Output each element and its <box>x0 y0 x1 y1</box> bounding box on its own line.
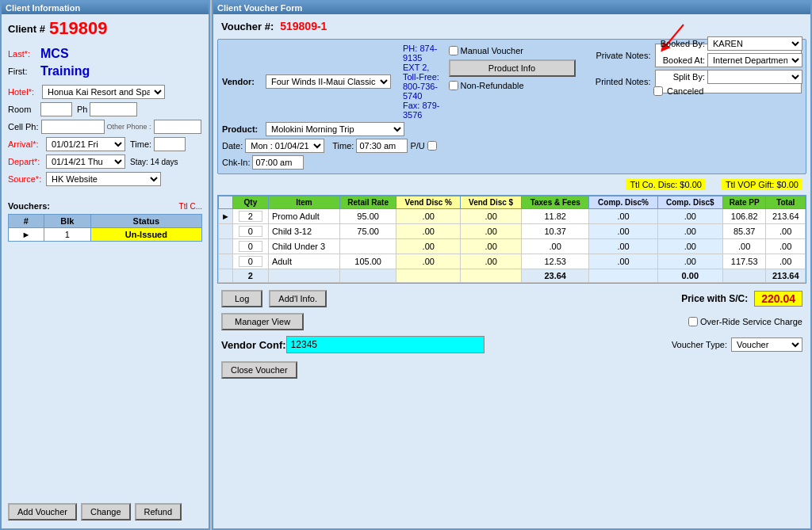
cell-qty[interactable] <box>232 239 268 254</box>
vendor-conf-label: Vendor Conf: <box>221 339 286 351</box>
col-arrow <box>219 196 233 209</box>
col-vend-disc-dollar: Vend Disc $ <box>461 196 522 209</box>
voucher-num-label: Voucher #: <box>221 21 274 32</box>
ph-input[interactable] <box>90 102 137 116</box>
cell-total: 213.64 <box>766 209 806 224</box>
cell-taxes-fees: 11.82 <box>522 209 589 224</box>
booking-section: Booked By: KAREN Booked At: Internet Dep… <box>653 36 802 96</box>
date-select[interactable]: Mon : 01/04/21 <box>245 139 324 153</box>
table-row[interactable]: Child 3-1275.00.00.0010.37.00.0085.37.00 <box>219 224 806 239</box>
vendor-conf-input[interactable] <box>286 336 485 353</box>
source-label: Source*: <box>8 174 44 184</box>
cell-total: .00 <box>766 224 806 239</box>
depart-select[interactable]: 01/14/21 Thu <box>46 154 125 169</box>
cell-comp-disc-dollar: .00 <box>657 209 722 224</box>
manual-voucher-checkbox[interactable] <box>449 46 458 55</box>
ph-line2: Fax: 879-3576 <box>403 101 439 120</box>
client-number: 519809 <box>49 18 107 39</box>
arrival-label: Arrival*: <box>8 139 44 149</box>
table-row[interactable]: Child Under 3.00.00.00.00.00.00.00 <box>219 239 806 254</box>
row-arrow: ► <box>219 209 233 224</box>
cell-taxes-fees: 12.53 <box>522 254 589 269</box>
arrival-time-input[interactable] <box>154 137 186 151</box>
addl-info-button[interactable]: Add'l Info. <box>269 290 327 307</box>
cell-comp-disc-pct: .00 <box>589 254 657 269</box>
col-retail-rate: Retail Rate <box>339 196 396 209</box>
time-input[interactable] <box>356 139 408 153</box>
canceled-checkbox[interactable] <box>653 86 663 96</box>
ph-line1: PH: 874-9135 EXT 2, Toll-Free: 800-736-5… <box>403 44 439 101</box>
totals-bar: Ttl Co. Disc: $0.00 Ttl VOP Gift: $0.00 <box>213 177 810 193</box>
source-select[interactable]: HK Website <box>46 172 161 186</box>
log-button[interactable]: Log <box>221 290 262 307</box>
add-voucher-button[interactable]: Add Voucher <box>8 503 77 520</box>
col-qty: Qty <box>232 196 268 209</box>
hotel-select[interactable]: Honua Kai Resort and Spa <box>42 85 165 99</box>
voucher-num-cell: 1 <box>44 228 90 242</box>
cell-comp-disc-pct: .00 <box>589 224 657 239</box>
cell-item: Adult <box>268 254 339 269</box>
col-rate-pp: Rate PP <box>722 196 766 209</box>
vendor-select[interactable]: Four Winds II-Maui Classic <box>266 74 391 89</box>
cell-rate-pp: 117.53 <box>722 254 766 269</box>
col-total: Total <box>766 196 806 209</box>
close-voucher-button[interactable]: Close Voucher <box>221 361 297 379</box>
cell-comp-disc-dollar: .00 <box>657 224 722 239</box>
vendor-label: Vendor: <box>222 77 262 86</box>
room-label: Room <box>8 105 38 114</box>
voucher-number: 519809-1 <box>280 20 327 32</box>
cell-qty[interactable] <box>232 209 268 224</box>
chkin-label: Chk-In: <box>222 158 250 167</box>
cell-qty[interactable] <box>232 254 268 269</box>
other-phone-input[interactable] <box>154 120 201 134</box>
room-input[interactable] <box>40 102 72 116</box>
cell-total: .00 <box>766 239 806 254</box>
hotel-label: Hotel*: <box>8 87 40 97</box>
booked-at-label: Booked At: <box>653 55 705 65</box>
voucher-type-select[interactable]: Voucher <box>731 337 802 352</box>
product-select[interactable]: Molokini Morning Trip <box>266 122 404 136</box>
vendor-conf-row: Vendor Conf: Voucher Type: Voucher <box>213 332 810 357</box>
over-ride-checkbox[interactable] <box>688 317 698 326</box>
client-panel-title: Client Information <box>2 2 209 14</box>
change-button[interactable]: Change <box>81 503 131 520</box>
pu-label: P/U <box>410 141 424 151</box>
cell-vend-disc-pct: .00 <box>396 224 461 239</box>
manager-view-button[interactable]: Manager View <box>221 313 304 330</box>
cell-retail-rate: 95.00 <box>339 209 396 224</box>
table-row[interactable]: ►Promo Adult95.00.00.0011.82.00.00106.82… <box>219 209 806 224</box>
depart-label: Depart*: <box>8 157 44 166</box>
chkin-input[interactable] <box>252 155 304 170</box>
cell-qty[interactable] <box>232 224 268 239</box>
table-row[interactable]: ► 1 Un-Issued <box>9 228 202 242</box>
client-label: Client # <box>8 23 45 35</box>
product-label: Product: <box>222 124 262 134</box>
total-total: 213.64 <box>766 269 806 283</box>
cell-ph-input[interactable] <box>41 120 105 134</box>
arrival-select[interactable]: 01/01/21 Fri <box>46 137 125 151</box>
voucher-type-label: Voucher Type: <box>672 340 727 349</box>
cell-rate-pp: 106.82 <box>722 209 766 224</box>
booked-at-select[interactable]: Internet Department <box>707 53 802 67</box>
voucher-col-num: # <box>9 215 44 228</box>
product-info-button[interactable]: Product Info <box>449 59 576 77</box>
manager-view-row: Manager View Over-Ride Service Charge <box>213 311 810 332</box>
cell-retail-rate: 105.00 <box>339 254 396 269</box>
booked-by-select[interactable]: KAREN <box>707 36 802 51</box>
client-voucher-form: Client Voucher Form Voucher #: 519809-1 … <box>212 0 812 530</box>
col-item: Item <box>268 196 339 209</box>
cell-item: Child Under 3 <box>268 239 339 254</box>
pu-checkbox[interactable] <box>427 141 437 151</box>
cell-vend-disc-dollar: .00 <box>461 239 522 254</box>
refund-button[interactable]: Refund <box>135 503 182 520</box>
non-refundable-checkbox[interactable] <box>449 81 458 90</box>
stay-label: Stay: 14 days <box>130 158 178 166</box>
split-by-select[interactable] <box>707 70 802 84</box>
row-empty <box>219 224 233 239</box>
table-row[interactable]: Adult105.00.00.0012.53.00.00117.53.00 <box>219 254 806 269</box>
action-buttons-row: Log Add'l Info. Price with S/C: 220.04 <box>213 286 810 311</box>
cell-comp-disc-pct: .00 <box>589 239 657 254</box>
cell-item: Child 3-12 <box>268 224 339 239</box>
split-by-label: Split By: <box>653 72 705 82</box>
voucher-col-status: Status <box>90 215 201 228</box>
